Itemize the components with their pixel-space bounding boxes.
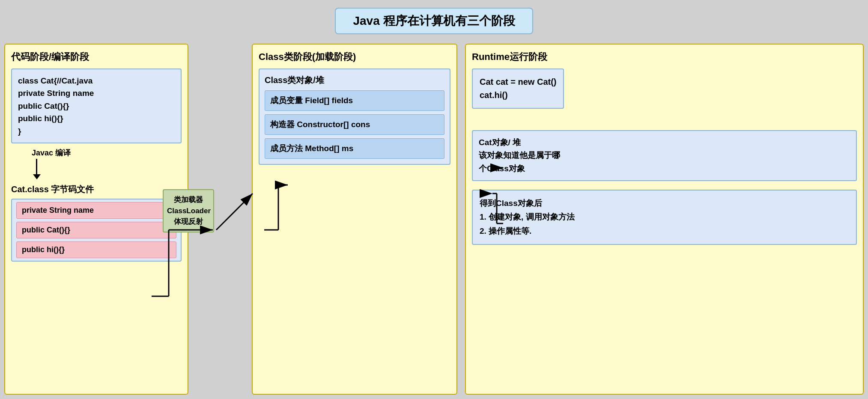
cat-obj-line-3: 个Class对象 — [479, 162, 850, 175]
middle-panel: Class类阶段(加载阶段) Class类对象/堆 成员变量 Field[] f… — [252, 44, 457, 395]
bytecode-item-3: public hi(){} — [16, 241, 176, 258]
classloader-line3: 体现反射 — [167, 216, 210, 227]
get-class-line-2: 1. 创建对象, 调用对象方法 — [480, 210, 849, 224]
get-class-box: 得到Class对象后 1. 创建对象, 调用对象方法 2. 操作属性等. — [472, 190, 857, 245]
class-obj-box: Class类对象/堆 成员变量 Field[] fields 构造器 Const… — [259, 68, 450, 165]
runtime-line-2: cat.hi() — [480, 89, 556, 102]
right-panel-title: Runtime运行阶段 — [472, 51, 857, 63]
title-text: Java 程序在计算机有三个阶段 — [353, 14, 515, 27]
class-item-2: 构造器 Constructor[] cons — [265, 114, 444, 135]
classloader-box: 类加载器 ClassLoader 体现反射 — [163, 189, 214, 232]
get-class-line-1: 得到Class对象后 — [480, 197, 849, 210]
cat-obj-box: Cat对象/ 堆 该对象知道他是属于哪 个Class对象 — [472, 130, 857, 181]
code-line-2: private String name — [18, 87, 175, 99]
code-line-5: } — [18, 125, 175, 137]
class-item-3: 成员方法 Method[] ms — [265, 138, 444, 159]
code-line-1: class Cat{//Cat.java — [18, 74, 175, 87]
bytecode-title: Cat.class 字节码文件 — [11, 184, 182, 195]
code-box: class Cat{//Cat.java private String name… — [11, 68, 182, 143]
title-box: Java 程序在计算机有三个阶段 — [335, 8, 533, 34]
get-class-line-3: 2. 操作属性等. — [480, 224, 849, 238]
svg-line-2 — [216, 194, 253, 230]
bytecode-item-2: public Cat(){} — [16, 222, 176, 238]
cat-obj-line-2: 该对象知道他是属于哪 — [479, 149, 850, 162]
middle-panel-title: Class类阶段(加载阶段) — [259, 51, 450, 63]
runtime-code-box: Cat cat = new Cat() cat.hi() — [472, 68, 564, 109]
code-line-3: public Cat(){} — [18, 100, 175, 112]
bytecode-box: private String name public Cat(){} publi… — [11, 199, 182, 262]
class-obj-title: Class类对象/堆 — [265, 74, 444, 86]
classloader-line2: ClassLoader — [167, 205, 210, 217]
runtime-line-1: Cat cat = new Cat() — [480, 75, 556, 89]
left-panel-title: 代码阶段/编译阶段 — [11, 51, 182, 63]
compile-label: Javac 编译 — [32, 148, 71, 158]
cat-obj-line-1: Cat对象/ 堆 — [479, 136, 850, 149]
class-item-1: 成员变量 Field[] fields — [265, 90, 444, 111]
classloader-line1: 类加载器 — [167, 194, 210, 205]
left-panel: 代码阶段/编译阶段 class Cat{//Cat.java private S… — [4, 44, 188, 395]
right-panel: Runtime运行阶段 Cat cat = new Cat() cat.hi()… — [465, 44, 864, 395]
bytecode-item-1: private String name — [16, 202, 176, 219]
code-line-4: public hi(){} — [18, 112, 175, 125]
